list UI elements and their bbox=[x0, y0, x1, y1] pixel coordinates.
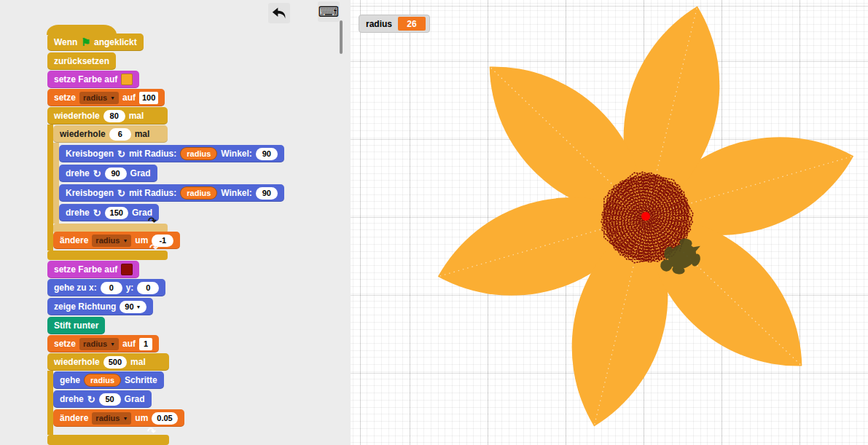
variable-dropdown[interactable]: radius ▼ bbox=[79, 338, 119, 350]
block-repeat-80[interactable]: wiederhole 80 mal bbox=[47, 107, 168, 125]
dropdown-arrow-icon: ▼ bbox=[122, 238, 128, 243]
block-label: um bbox=[135, 413, 148, 423]
variable-dropdown[interactable]: radius ▼ bbox=[92, 412, 131, 425]
block-set-color-darkred[interactable]: setze Farbe auf bbox=[47, 261, 139, 278]
angle-input[interactable]: 90 bbox=[256, 187, 278, 200]
block-arc-1[interactable]: Kreisbogen ↻ mit Radius: radius Winkel: … bbox=[59, 145, 284, 162]
block-set-color-amber[interactable]: setze Farbe auf bbox=[47, 71, 139, 88]
block-label: auf bbox=[122, 92, 136, 103]
block-set-heading[interactable]: zeige Richtung 90 ▼ bbox=[47, 298, 153, 315]
block-label: Schritte bbox=[125, 375, 157, 385]
c-block-bottom bbox=[47, 435, 169, 445]
block-move-steps[interactable]: gehe radius Schritte bbox=[53, 371, 164, 389]
turtlestitch-window: ⌨ Wenn ⚑ angeklickt zurücksetzen setze F… bbox=[0, 0, 868, 445]
c-block-wall bbox=[47, 371, 53, 435]
rotate-cw-icon: ↻ bbox=[93, 168, 101, 179]
flower-petal bbox=[646, 216, 802, 366]
stage[interactable]: radius 26 bbox=[351, 0, 868, 445]
repeat-count-input[interactable]: 500 bbox=[103, 356, 127, 369]
radius-variable-reporter[interactable]: radius bbox=[180, 186, 217, 200]
variable-watcher-radius[interactable]: radius 26 bbox=[359, 15, 430, 33]
block-label: wiederhole bbox=[54, 111, 100, 121]
rotate-cw-icon: ↻ bbox=[117, 188, 125, 199]
value-input[interactable]: 1 bbox=[139, 338, 152, 350]
rotate-cw-icon: ↻ bbox=[93, 208, 101, 218]
radius-variable-reporter[interactable]: radius bbox=[84, 374, 121, 387]
variable-dropdown[interactable]: radius ▼ bbox=[79, 92, 119, 104]
variable-name: radius bbox=[83, 339, 107, 348]
block-label: angeklickt bbox=[94, 37, 137, 47]
variable-name: radius bbox=[83, 93, 107, 102]
block-goto-xy[interactable]: gehe zu x: 0 y: 0 bbox=[47, 279, 165, 296]
block-turn-50[interactable]: drehe ↻ 50 Grad bbox=[53, 390, 152, 408]
dropdown-arrow-icon: ▼ bbox=[122, 416, 128, 421]
y-input[interactable]: 0 bbox=[137, 282, 159, 294]
heading-dropdown[interactable]: 90 ▼ bbox=[120, 301, 146, 313]
c-block-wall bbox=[53, 143, 59, 224]
loop-arrow-icon: ↷ bbox=[148, 216, 157, 226]
block-label: ändere bbox=[60, 235, 88, 245]
block-repeat-500[interactable]: wiederhole 500 mal bbox=[47, 353, 169, 371]
block-label: auf bbox=[122, 339, 136, 349]
dropdown-arrow-icon: ▼ bbox=[110, 342, 115, 347]
c-block-wall bbox=[47, 125, 53, 251]
angle-input[interactable]: 150 bbox=[105, 207, 128, 219]
block-label: setze Farbe auf bbox=[54, 264, 117, 275]
undo-icon bbox=[272, 7, 286, 20]
block-label: setze bbox=[54, 339, 76, 349]
stage-drawing bbox=[351, 0, 868, 445]
heading-value: 90 bbox=[125, 302, 133, 311]
keyboard-icon: ⌨ bbox=[318, 4, 340, 19]
block-pen-down[interactable]: Stift runter bbox=[47, 317, 105, 334]
block-change-radius-neg1[interactable]: ändere radius ▼ um -1 bbox=[53, 232, 180, 249]
x-input[interactable]: 0 bbox=[101, 282, 122, 294]
block-label: Kreisbogen bbox=[66, 188, 114, 198]
scripts-panel[interactable]: ⌨ Wenn ⚑ angeklickt zurücksetzen setze F… bbox=[0, 0, 351, 445]
block-repeat-6[interactable]: wiederhole 6 mal bbox=[53, 125, 168, 143]
block-label: drehe bbox=[60, 394, 84, 404]
block-when-flag-clicked[interactable]: Wenn ⚑ angeklickt bbox=[47, 34, 144, 51]
watcher-label: radius bbox=[366, 19, 392, 29]
scripts-scrollbar-thumb[interactable] bbox=[340, 20, 343, 54]
block-label: Wenn bbox=[54, 37, 77, 47]
block-label: Grad bbox=[125, 394, 145, 404]
block-label: setze bbox=[54, 92, 76, 103]
center-dot bbox=[641, 212, 650, 221]
block-label: wiederhole bbox=[60, 129, 106, 139]
keyboard-button[interactable]: ⌨ bbox=[318, 1, 340, 22]
block-change-radius-005[interactable]: ändere radius ▼ um 0.05 bbox=[53, 409, 184, 427]
repeat-count-input[interactable]: 80 bbox=[103, 110, 125, 122]
block-turn-150[interactable]: drehe ↻ 150 Grad bbox=[59, 204, 159, 221]
block-label: drehe bbox=[66, 208, 90, 218]
block-label: Grad bbox=[130, 168, 151, 178]
block-turn-90[interactable]: drehe ↻ 90 Grad bbox=[59, 165, 157, 182]
variable-name: radius bbox=[95, 236, 120, 245]
color-swatch[interactable] bbox=[121, 264, 133, 275]
block-label: mit Radius: bbox=[129, 188, 176, 198]
loop-arrow-icon: ↷ bbox=[149, 243, 158, 253]
block-label: gehe bbox=[60, 375, 80, 385]
block-label: mal bbox=[130, 357, 146, 367]
block-label: Kreisbogen bbox=[66, 149, 114, 159]
dropdown-arrow-icon: ▼ bbox=[110, 95, 115, 101]
color-swatch[interactable] bbox=[121, 74, 133, 85]
angle-input[interactable]: 90 bbox=[105, 168, 127, 180]
angle-input[interactable]: 90 bbox=[256, 148, 278, 160]
watcher-value: 26 bbox=[398, 17, 426, 31]
variable-name: radius bbox=[95, 414, 120, 422]
repeat-count-input[interactable]: 6 bbox=[109, 128, 131, 141]
block-set-radius-1[interactable]: setze radius ▼ auf 1 bbox=[47, 335, 159, 353]
variable-dropdown[interactable]: radius ▼ bbox=[92, 235, 131, 247]
block-label: zeige Richtung bbox=[54, 302, 116, 312]
block-label: um bbox=[135, 235, 148, 245]
block-reset[interactable]: zurücksetzen bbox=[47, 52, 116, 70]
value-input[interactable]: 0.05 bbox=[152, 412, 177, 425]
radius-variable-reporter[interactable]: radius bbox=[180, 147, 217, 160]
value-input[interactable]: 100 bbox=[139, 92, 158, 104]
angle-input[interactable]: 50 bbox=[99, 393, 121, 406]
block-label: mit Radius: bbox=[129, 149, 176, 159]
block-label: zurücksetzen bbox=[54, 56, 109, 66]
undo-button[interactable] bbox=[268, 3, 290, 23]
block-arc-2[interactable]: Kreisbogen ↻ mit Radius: radius Winkel: … bbox=[59, 184, 284, 202]
block-set-radius-100[interactable]: setze radius ▼ auf 100 bbox=[47, 89, 165, 106]
